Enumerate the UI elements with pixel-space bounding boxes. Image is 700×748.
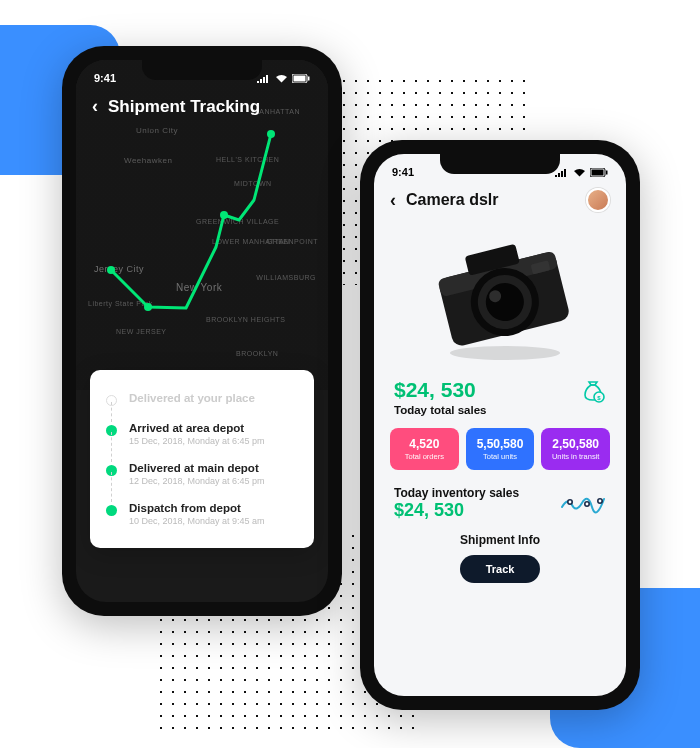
- step-dot-icon: [106, 425, 117, 436]
- shipment-title: Shipment Info: [374, 533, 626, 547]
- stat-value: 2,50,580: [547, 437, 604, 451]
- stat-cards: 4,520 Total orders 5,50,580 Total units …: [374, 416, 626, 482]
- wifi-icon: [275, 74, 288, 83]
- sparkline-icon: [560, 491, 606, 517]
- stat-card-transit[interactable]: 2,50,580 Units in transit: [541, 428, 610, 470]
- stat-card-units[interactable]: 5,50,580 Total units: [466, 428, 535, 470]
- back-button[interactable]: ‹: [92, 96, 98, 117]
- inventory-amount: $24, 530: [394, 500, 519, 521]
- status-icons: [555, 168, 608, 177]
- sales-label: Today total sales: [394, 404, 486, 416]
- phone-notch: [440, 154, 560, 174]
- track-button[interactable]: Track: [460, 555, 541, 583]
- tracking-card: Delivered at your place Arrived at area …: [90, 370, 314, 548]
- svg-rect-8: [592, 169, 604, 175]
- signal-icon: [555, 168, 569, 177]
- svg-point-18: [450, 346, 560, 360]
- battery-icon: [590, 168, 608, 177]
- signal-icon: [257, 74, 271, 83]
- stat-value: 5,50,580: [472, 437, 529, 451]
- step-dot-icon: [106, 395, 117, 406]
- inventory-summary: Today inventory sales $24, 530: [374, 482, 626, 527]
- product-image: [394, 220, 606, 370]
- sales-amount: $24, 530: [394, 378, 486, 402]
- stat-label: Units in transit: [547, 452, 604, 461]
- battery-icon: [292, 74, 310, 83]
- phone-mockup-tracking: MANHATTAN Union City Weehawken HELL'S KI…: [62, 46, 342, 616]
- step-dot-icon: [106, 465, 117, 476]
- step-dot-icon: [106, 505, 117, 516]
- avatar[interactable]: [586, 188, 610, 212]
- step-title: Dispatch from depot: [129, 502, 265, 514]
- page-title: Shipment Tracking: [108, 97, 260, 117]
- inventory-title: Today inventory sales: [394, 486, 519, 500]
- status-time: 9:41: [94, 72, 116, 84]
- svg-rect-6: [308, 76, 310, 80]
- sales-summary: $24, 530 Today total sales $: [374, 378, 626, 416]
- status-icons: [257, 74, 310, 83]
- svg-point-3: [267, 130, 275, 138]
- phone-notch: [142, 60, 262, 80]
- page-header: ‹ Shipment Tracking: [76, 88, 328, 125]
- stat-label: Total orders: [396, 452, 453, 461]
- step-subtitle: 15 Dec, 2018, Monday at 6:45 pm: [129, 436, 265, 446]
- back-button[interactable]: ‹: [390, 190, 396, 211]
- step-title: Delivered at main depot: [129, 462, 265, 474]
- status-time: 9:41: [392, 166, 414, 178]
- stat-card-orders[interactable]: 4,520 Total orders: [390, 428, 459, 470]
- tracking-step: Delivered at main depot 12 Dec, 2018, Mo…: [106, 454, 298, 494]
- page-header: ‹ Camera dslr: [374, 182, 626, 216]
- step-title: Delivered at your place: [129, 392, 255, 404]
- tracking-step: Arrived at area depot 15 Dec, 2018, Mond…: [106, 414, 298, 454]
- svg-point-1: [144, 303, 152, 311]
- stat-label: Total units: [472, 452, 529, 461]
- svg-rect-9: [606, 170, 608, 174]
- svg-point-22: [585, 501, 589, 505]
- step-title: Arrived at area depot: [129, 422, 265, 434]
- svg-rect-5: [294, 75, 306, 81]
- shipment-block: Shipment Info Track: [374, 527, 626, 597]
- svg-point-2: [220, 211, 228, 219]
- page-title: Camera dslr: [406, 191, 499, 209]
- wifi-icon: [573, 168, 586, 177]
- step-subtitle: 10 Dec, 2018, Monday at 9:45 am: [129, 516, 265, 526]
- phone-mockup-product: 9:41 ‹ Camera dslr: [360, 140, 640, 710]
- stat-value: 4,520: [396, 437, 453, 451]
- camera-icon: [415, 225, 585, 365]
- tracking-step: Dispatch from depot 10 Dec, 2018, Monday…: [106, 494, 298, 534]
- money-bag-icon: $: [580, 378, 606, 404]
- svg-point-0: [107, 266, 115, 274]
- svg-point-21: [568, 499, 572, 503]
- svg-point-23: [598, 498, 602, 502]
- step-subtitle: 12 Dec, 2018, Monday at 6:45 pm: [129, 476, 265, 486]
